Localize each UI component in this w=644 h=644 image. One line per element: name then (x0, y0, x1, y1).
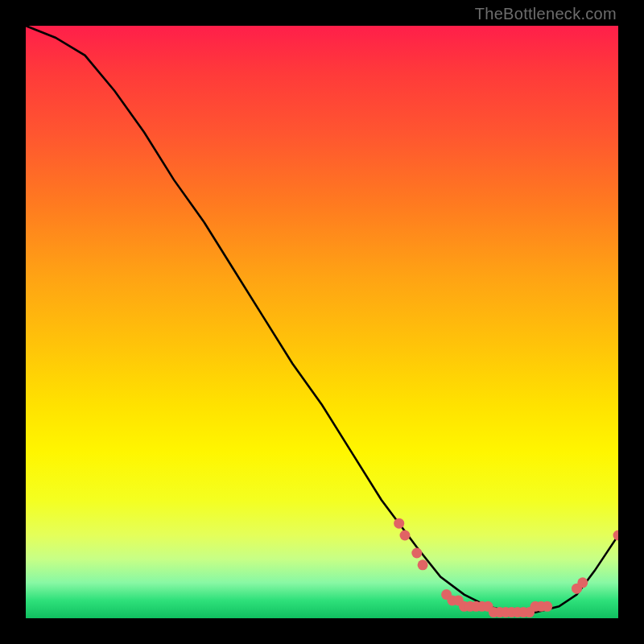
data-marker (542, 601, 552, 612)
data-marker (400, 530, 411, 541)
chart-stage: TheBottleneck.com (0, 0, 644, 644)
data-marker (577, 577, 588, 588)
curve-line (26, 26, 618, 613)
plot-area (26, 26, 618, 618)
watermark-text: TheBottleneck.com (475, 5, 617, 23)
chart-svg (26, 26, 618, 618)
data-marker (411, 548, 422, 559)
data-marker (394, 518, 404, 529)
data-marker (613, 530, 619, 541)
data-marker (418, 559, 428, 570)
curve-markers (394, 518, 618, 617)
